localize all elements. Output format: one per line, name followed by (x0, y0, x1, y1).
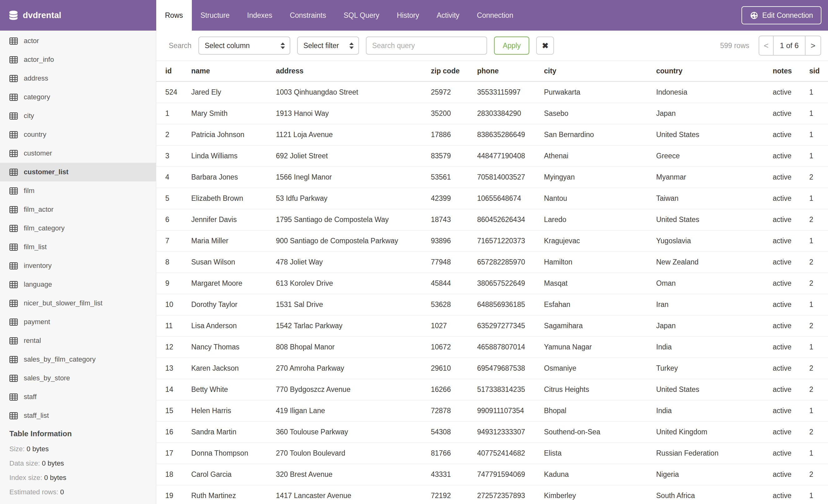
column-header-id[interactable]: id (156, 61, 191, 82)
table-info-row: Estimated rows: 0 (9, 488, 156, 496)
sidebar-item-actor_info[interactable]: actor_info (0, 50, 156, 69)
sidebar-item-sales_by_film_category[interactable]: sales_by_film_category (0, 350, 156, 369)
table-icon (9, 356, 18, 363)
table-row[interactable]: 524Jared Ely1003 Qinhuangdao Street25972… (156, 82, 828, 103)
select-arrows-icon (349, 42, 354, 49)
table-row[interactable]: 9Margaret Moore613 Korolev Drive45844380… (156, 273, 828, 294)
sidebar-item-language[interactable]: language (0, 275, 156, 294)
table-row[interactable]: 3Linda Williams692 Joliet Street83579448… (156, 145, 828, 167)
table-row[interactable]: 2Patricia Johnson1121 Loja Avenue1788683… (156, 124, 828, 145)
table-row[interactable]: 1Mary Smith1913 Hanoi Way352002830338429… (156, 103, 828, 124)
sidebar-item-staff_list[interactable]: staff_list (0, 406, 156, 425)
tab-sql-query[interactable]: SQL Query (335, 0, 388, 31)
sidebar-item-payment[interactable]: payment (0, 313, 156, 331)
sidebar-item-country[interactable]: country (0, 125, 156, 144)
cell: active (773, 315, 809, 336)
cell: Myingyan (544, 167, 656, 188)
sidebar-item-customer[interactable]: customer (0, 144, 156, 163)
cell: 705814003527 (477, 167, 544, 188)
cell: Mary Smith (191, 103, 276, 124)
table-row[interactable]: 7Maria Miller900 Santiago de Compostela … (156, 230, 828, 251)
table-row[interactable]: 11Lisa Anderson1542 Tarlac Parkway102763… (156, 315, 828, 336)
sidebar-item-city[interactable]: city (0, 106, 156, 125)
tab-history[interactable]: History (388, 0, 428, 31)
column-header-notes[interactable]: notes (773, 61, 809, 82)
table-row[interactable]: 13Karen Jackson270 Amroha Parkway2961069… (156, 358, 828, 379)
table-row[interactable]: 6Jennifer Davis1795 Santiago de Composte… (156, 209, 828, 230)
clear-search-button[interactable]: ✖ (536, 37, 554, 55)
cell: 13 (156, 358, 191, 379)
table-icon (9, 56, 18, 63)
sidebar-item-customer_list[interactable]: customer_list (0, 163, 156, 181)
cell: Yamuna Nagar (544, 336, 656, 358)
column-select[interactable]: Select column (198, 37, 290, 55)
cell: Purwakarta (544, 82, 656, 103)
cell: 860452626434 (477, 209, 544, 230)
cell: 45844 (431, 273, 477, 294)
sidebar-item-nicer_but_slower_film_list[interactable]: nicer_but_slower_film_list (0, 294, 156, 313)
tab-activity[interactable]: Activity (428, 0, 468, 31)
edit-connection-button[interactable]: Edit Connection (741, 6, 821, 25)
column-header-zip-code[interactable]: zip code (431, 61, 477, 82)
column-select-value: Select column (205, 42, 276, 50)
table-row[interactable]: 12Nancy Thomas808 Bhopal Manor1067246588… (156, 336, 828, 358)
filter-select[interactable]: Select filter (297, 37, 359, 55)
cell: Margaret Moore (191, 273, 276, 294)
tab-rows[interactable]: Rows (156, 0, 192, 31)
next-page-button[interactable]: > (805, 36, 821, 55)
cell: 43331 (431, 464, 477, 485)
table-icon (9, 38, 18, 45)
cell: 53561 (431, 167, 477, 188)
sidebar-item-film[interactable]: film (0, 181, 156, 200)
column-header-sid[interactable]: sid (809, 61, 828, 82)
tab-constraints[interactable]: Constraints (281, 0, 335, 31)
sidebar-item-inventory[interactable]: inventory (0, 257, 156, 275)
tab-structure[interactable]: Structure (192, 0, 238, 31)
search-query-input[interactable] (366, 37, 487, 55)
cell: 1795 Santiago de Compostela Way (276, 209, 431, 230)
table-row[interactable]: 16Sandra Martin360 Toulouse Parkway54308… (156, 421, 828, 443)
table-row[interactable]: 18Carol Garcia320 Brest Avenue4333174779… (156, 464, 828, 485)
cell: 35200 (431, 103, 477, 124)
sidebar-item-category[interactable]: category (0, 88, 156, 106)
cell: India (656, 400, 773, 421)
sidebar-item-actor[interactable]: actor (0, 32, 156, 50)
table-row[interactable]: 17Donna Thompson270 Toulon Boulevard8176… (156, 443, 828, 464)
cell: Athenai (544, 145, 656, 167)
column-header-city[interactable]: city (544, 61, 656, 82)
cell: 1 (809, 336, 828, 358)
tab-connection[interactable]: Connection (468, 0, 522, 31)
sidebar-item-film_list[interactable]: film_list (0, 238, 156, 257)
column-header-country[interactable]: country (656, 61, 773, 82)
table-row[interactable]: 19Ruth Martinez1417 Lancaster Avenue7219… (156, 485, 828, 504)
table-list: actor actor_info address category city c… (0, 32, 156, 425)
sidebar-item-address[interactable]: address (0, 69, 156, 88)
table-row[interactable]: 14Betty White770 Bydgoszcz Avenue1626651… (156, 379, 828, 400)
apply-button[interactable]: Apply (494, 37, 530, 55)
sidebar-item-staff[interactable]: staff (0, 387, 156, 406)
table-row[interactable]: 8Susan Wilson478 Joliet Way7794865728228… (156, 251, 828, 273)
table-row[interactable]: 5Elizabeth Brown53 Idfu Parkway423991065… (156, 188, 828, 209)
cell: 2 (809, 251, 828, 273)
table-row[interactable]: 4Barbara Jones1566 Inegl Manor5356170581… (156, 167, 828, 188)
column-header-name[interactable]: name (191, 61, 276, 82)
sidebar-item-film_actor[interactable]: film_actor (0, 200, 156, 219)
column-header-phone[interactable]: phone (477, 61, 544, 82)
table-row[interactable]: 10Dorothy Taylor1531 Sal Drive5362864885… (156, 294, 828, 315)
column-header-address[interactable]: address (276, 61, 431, 82)
table-name: film_actor (24, 205, 53, 214)
sidebar-item-rental[interactable]: rental (0, 331, 156, 350)
table-name: customer_list (24, 168, 69, 176)
prev-page-button[interactable]: < (759, 36, 774, 55)
database-logo: dvdrental (0, 0, 156, 31)
cell: 4 (156, 167, 191, 188)
tab-indexes[interactable]: Indexes (238, 0, 281, 31)
sidebar-item-film_category[interactable]: film_category (0, 219, 156, 238)
table-row[interactable]: 15Helen Harris419 Iligan Lane72878990911… (156, 400, 828, 421)
cell: active (773, 443, 809, 464)
table-icon (9, 131, 18, 138)
table-icon (9, 243, 18, 251)
cell: 16266 (431, 379, 477, 400)
sidebar-item-sales_by_store[interactable]: sales_by_store (0, 369, 156, 387)
cell: 1913 Hanoi Way (276, 103, 431, 124)
